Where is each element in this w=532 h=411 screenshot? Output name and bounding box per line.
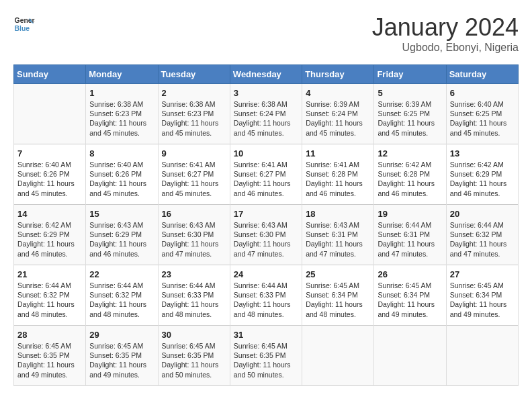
calendar-week-row: 1Sunrise: 6:38 AMSunset: 6:23 PMDaylight…: [14, 84, 519, 144]
col-header-wednesday: Wednesday: [230, 65, 302, 84]
day-number: 24: [234, 269, 298, 279]
calendar-cell: 2Sunrise: 6:38 AMSunset: 6:23 PMDaylight…: [158, 84, 230, 144]
calendar-cell: 23Sunrise: 6:44 AMSunset: 6:33 PMDayligh…: [158, 265, 230, 326]
day-number: 14: [17, 209, 82, 219]
calendar-cell: 12Sunrise: 6:42 AMSunset: 6:28 PMDayligh…: [374, 144, 446, 205]
day-number: 4: [306, 88, 370, 98]
svg-text:General: General: [15, 17, 35, 24]
day-number: 20: [450, 209, 515, 219]
col-header-tuesday: Tuesday: [158, 65, 230, 84]
calendar-cell: 14Sunrise: 6:42 AMSunset: 6:29 PMDayligh…: [14, 205, 86, 265]
calendar-cell: 30Sunrise: 6:45 AMSunset: 6:35 PMDayligh…: [158, 326, 230, 386]
day-info: Sunrise: 6:43 AMSunset: 6:31 PMDaylight:…: [306, 220, 370, 259]
day-number: 27: [450, 269, 515, 279]
col-header-saturday: Saturday: [446, 65, 518, 84]
day-number: 5: [378, 88, 442, 98]
calendar-cell: 9Sunrise: 6:41 AMSunset: 6:27 PMDaylight…: [158, 144, 230, 205]
day-number: 9: [162, 148, 226, 158]
calendar-week-row: 28Sunrise: 6:45 AMSunset: 6:35 PMDayligh…: [14, 326, 519, 386]
calendar-cell: 18Sunrise: 6:43 AMSunset: 6:31 PMDayligh…: [302, 205, 374, 265]
calendar-table: SundayMondayTuesdayWednesdayThursdayFrid…: [13, 64, 519, 386]
day-info: Sunrise: 6:38 AMSunset: 6:23 PMDaylight:…: [89, 99, 154, 138]
calendar-cell: 5Sunrise: 6:39 AMSunset: 6:25 PMDaylight…: [374, 84, 446, 144]
title-block: January 2024 Ugbodo, Ebonyi, Nigeria: [372, 13, 519, 54]
day-info: Sunrise: 6:41 AMSunset: 6:28 PMDaylight:…: [306, 160, 370, 198]
calendar-cell: 10Sunrise: 6:41 AMSunset: 6:27 PMDayligh…: [230, 144, 302, 205]
day-info: Sunrise: 6:44 AMSunset: 6:32 PMDaylight:…: [17, 281, 82, 319]
day-info: Sunrise: 6:39 AMSunset: 6:25 PMDaylight:…: [378, 99, 442, 138]
day-info: Sunrise: 6:44 AMSunset: 6:32 PMDaylight:…: [89, 281, 154, 319]
calendar-cell: 17Sunrise: 6:43 AMSunset: 6:30 PMDayligh…: [230, 205, 302, 265]
day-number: 23: [162, 269, 226, 279]
day-info: Sunrise: 6:40 AMSunset: 6:26 PMDaylight:…: [89, 160, 154, 198]
day-info: Sunrise: 6:43 AMSunset: 6:29 PMDaylight:…: [89, 220, 154, 259]
day-number: 16: [162, 209, 226, 219]
day-number: 11: [306, 148, 370, 158]
calendar-cell: 19Sunrise: 6:44 AMSunset: 6:31 PMDayligh…: [374, 205, 446, 265]
calendar-cell: 25Sunrise: 6:45 AMSunset: 6:34 PMDayligh…: [302, 265, 374, 326]
day-number: 29: [89, 330, 154, 340]
col-header-friday: Friday: [374, 65, 446, 84]
calendar-header-row: SundayMondayTuesdayWednesdayThursdayFrid…: [14, 65, 519, 84]
day-number: 10: [234, 148, 298, 158]
day-number: 3: [234, 88, 298, 98]
day-info: Sunrise: 6:42 AMSunset: 6:29 PMDaylight:…: [17, 220, 82, 259]
day-number: 7: [17, 148, 82, 158]
day-number: 25: [306, 269, 370, 279]
calendar-cell: 22Sunrise: 6:44 AMSunset: 6:32 PMDayligh…: [86, 265, 158, 326]
calendar-cell: 4Sunrise: 6:39 AMSunset: 6:24 PMDaylight…: [302, 84, 374, 144]
day-info: Sunrise: 6:42 AMSunset: 6:29 PMDaylight:…: [450, 160, 515, 198]
day-info: Sunrise: 6:41 AMSunset: 6:27 PMDaylight:…: [162, 160, 226, 198]
calendar-cell: 8Sunrise: 6:40 AMSunset: 6:26 PMDaylight…: [86, 144, 158, 205]
day-number: 12: [378, 148, 442, 158]
day-number: 22: [89, 269, 154, 279]
logo-icon: General Blue: [13, 13, 35, 35]
calendar-cell: 6Sunrise: 6:40 AMSunset: 6:25 PMDaylight…: [446, 84, 518, 144]
day-info: Sunrise: 6:44 AMSunset: 6:32 PMDaylight:…: [450, 220, 515, 259]
calendar-cell: 28Sunrise: 6:45 AMSunset: 6:35 PMDayligh…: [14, 326, 86, 386]
day-info: Sunrise: 6:41 AMSunset: 6:27 PMDaylight:…: [234, 160, 298, 198]
logo: General Blue: [13, 13, 35, 35]
calendar-cell: 29Sunrise: 6:45 AMSunset: 6:35 PMDayligh…: [86, 326, 158, 386]
day-number: 17: [234, 209, 298, 219]
col-header-monday: Monday: [86, 65, 158, 84]
calendar-cell: 21Sunrise: 6:44 AMSunset: 6:32 PMDayligh…: [14, 265, 86, 326]
day-number: 1: [89, 88, 154, 98]
day-info: Sunrise: 6:44 AMSunset: 6:31 PMDaylight:…: [378, 220, 442, 259]
day-number: 30: [162, 330, 226, 340]
day-info: Sunrise: 6:42 AMSunset: 6:28 PMDaylight:…: [378, 160, 442, 198]
day-info: Sunrise: 6:40 AMSunset: 6:25 PMDaylight:…: [450, 99, 515, 138]
day-number: 31: [234, 330, 298, 340]
day-number: 18: [306, 209, 370, 219]
calendar-week-row: 14Sunrise: 6:42 AMSunset: 6:29 PMDayligh…: [14, 205, 519, 265]
day-info: Sunrise: 6:45 AMSunset: 6:34 PMDaylight:…: [306, 281, 370, 319]
page-header: General Blue January 2024 Ugbodo, Ebonyi…: [13, 13, 519, 54]
day-info: Sunrise: 6:44 AMSunset: 6:33 PMDaylight:…: [162, 281, 226, 319]
day-info: Sunrise: 6:44 AMSunset: 6:33 PMDaylight:…: [234, 281, 298, 319]
calendar-cell: [374, 326, 446, 386]
day-number: 21: [17, 269, 82, 279]
day-number: 8: [89, 148, 154, 158]
calendar-cell: 26Sunrise: 6:45 AMSunset: 6:34 PMDayligh…: [374, 265, 446, 326]
calendar-cell: 15Sunrise: 6:43 AMSunset: 6:29 PMDayligh…: [86, 205, 158, 265]
calendar-week-row: 21Sunrise: 6:44 AMSunset: 6:32 PMDayligh…: [14, 265, 519, 326]
calendar-cell: 11Sunrise: 6:41 AMSunset: 6:28 PMDayligh…: [302, 144, 374, 205]
calendar-cell: 31Sunrise: 6:45 AMSunset: 6:35 PMDayligh…: [230, 326, 302, 386]
col-header-thursday: Thursday: [302, 65, 374, 84]
day-info: Sunrise: 6:45 AMSunset: 6:35 PMDaylight:…: [17, 341, 82, 379]
calendar-cell: [14, 84, 86, 144]
day-number: 2: [162, 88, 226, 98]
calendar-cell: 13Sunrise: 6:42 AMSunset: 6:29 PMDayligh…: [446, 144, 518, 205]
day-number: 26: [378, 269, 442, 279]
calendar-cell: 16Sunrise: 6:43 AMSunset: 6:30 PMDayligh…: [158, 205, 230, 265]
day-info: Sunrise: 6:39 AMSunset: 6:24 PMDaylight:…: [306, 99, 370, 138]
col-header-sunday: Sunday: [14, 65, 86, 84]
day-number: 15: [89, 209, 154, 219]
calendar-cell: 24Sunrise: 6:44 AMSunset: 6:33 PMDayligh…: [230, 265, 302, 326]
day-info: Sunrise: 6:45 AMSunset: 6:35 PMDaylight:…: [89, 341, 154, 379]
calendar-cell: [446, 326, 518, 386]
day-info: Sunrise: 6:45 AMSunset: 6:34 PMDaylight:…: [378, 281, 442, 319]
day-number: 28: [17, 330, 82, 340]
calendar-subtitle: Ugbodo, Ebonyi, Nigeria: [372, 42, 519, 54]
calendar-cell: [302, 326, 374, 386]
